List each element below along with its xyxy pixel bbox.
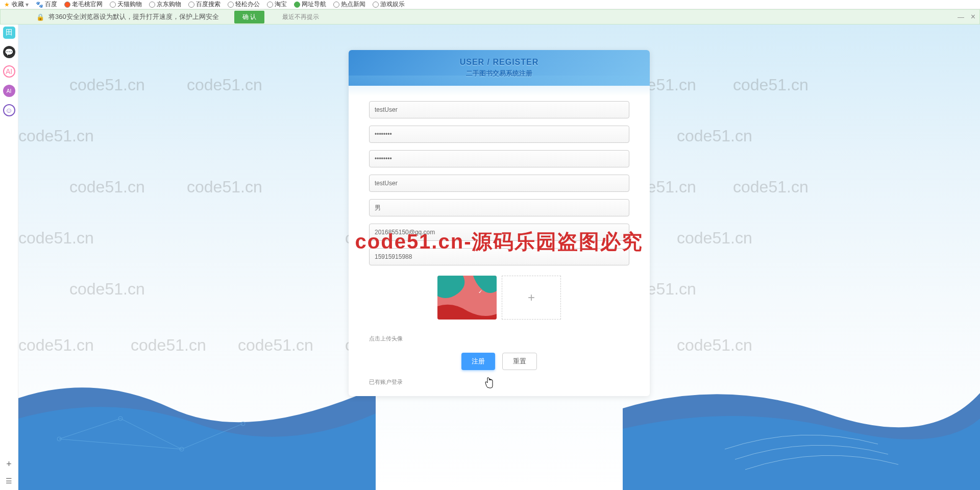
sidebar-face-icon[interactable]: ☺ xyxy=(3,104,15,116)
bookmark-taobao[interactable]: 淘宝 xyxy=(267,0,287,9)
panel-title-en: USER / REGISTER xyxy=(460,58,539,67)
watermark: code51.cn xyxy=(733,76,808,94)
sidebar-ai-icon-2[interactable]: AI xyxy=(3,85,15,97)
upload-hint: 点击上传头像 xyxy=(369,335,629,342)
favorites-star-icon: ★ xyxy=(4,1,10,8)
panel-title-cn: 二手图书交易系统注册 xyxy=(466,69,532,78)
bookmark-nav[interactable]: 网址导航 xyxy=(294,0,326,9)
register-panel: USER / REGISTER 二手图书交易系统注册 男 ✓ xyxy=(349,50,650,396)
bookmarks-bar: ★ 收藏▾ 🐾百度 老毛桃官网 天猫购物 京东购物 百度搜索 轻松办公 淘宝 网… xyxy=(0,0,980,9)
button-row: 注册 重置 xyxy=(369,353,629,370)
menu-icon[interactable]: ☰ xyxy=(6,477,12,485)
left-sidebar: 田 💬 AI AI ☺ + ☰ xyxy=(0,24,18,490)
bookmark-news[interactable]: 热点新闻 xyxy=(333,0,365,9)
password-input[interactable] xyxy=(369,126,629,143)
globe-icon xyxy=(110,2,116,8)
username-input[interactable] xyxy=(369,101,629,118)
bookmark-baidusearch[interactable]: 百度搜索 xyxy=(188,0,220,9)
bookmark-label: 百度搜索 xyxy=(196,0,220,9)
globe-icon xyxy=(149,2,155,8)
login-link[interactable]: 已有账户登录 xyxy=(369,378,403,386)
bookmark-tmall[interactable]: 天猫购物 xyxy=(110,0,142,9)
register-button[interactable]: 注册 xyxy=(461,353,495,370)
avatar-add-button[interactable]: + xyxy=(502,276,561,320)
bookmark-label: 热点新闻 xyxy=(341,0,365,9)
bookmark-baidu[interactable]: 🐾百度 xyxy=(36,0,57,9)
bookmark-label: 老毛桃官网 xyxy=(72,0,103,9)
gender-select[interactable]: 男 xyxy=(369,199,629,216)
watermark: code51.cn xyxy=(18,229,94,248)
phone-input[interactable] xyxy=(369,248,629,265)
main-content: code51.cn code51.cn code51.cn code51.cn … xyxy=(18,24,980,490)
bookmark-office[interactable]: 轻松办公 xyxy=(228,0,260,9)
add-icon[interactable]: + xyxy=(6,459,12,470)
watermark: code51.cn xyxy=(69,76,145,94)
paw-icon: 🐾 xyxy=(36,1,43,8)
watermark: code51.cn xyxy=(733,178,808,197)
bookmark-label: 百度 xyxy=(45,0,57,9)
bookmark-label: 淘宝 xyxy=(275,0,287,9)
minimize-icon[interactable]: — xyxy=(958,13,964,21)
sidebar-icon-1[interactable]: 田 xyxy=(3,27,15,39)
globe-icon xyxy=(267,2,273,8)
bookmark-jd[interactable]: 京东购物 xyxy=(149,0,181,9)
lock-icon: 🔒 xyxy=(36,13,44,21)
watermark: code51.cn xyxy=(187,76,262,94)
panel-body: 男 ✓ + 点击上传头像 注册 重置 xyxy=(349,86,650,396)
globe-icon xyxy=(64,2,70,8)
confirm-button[interactable]: 确 认 xyxy=(234,11,264,23)
reset-button[interactable]: 重置 xyxy=(502,353,537,370)
nickname-input[interactable] xyxy=(369,175,629,192)
close-icon[interactable]: × xyxy=(971,12,975,21)
notification-bar: 🔒 将360安全浏览器设为默认，提升打开速度，保护上网安全 确 认 最近不再提示… xyxy=(0,9,980,24)
watermark: code51.cn xyxy=(677,229,752,248)
watermark: code51.cn xyxy=(18,127,94,145)
globe-icon xyxy=(228,2,234,8)
avatar-preview[interactable]: ✓ xyxy=(437,276,497,320)
bookmark-label: 轻松办公 xyxy=(235,0,260,9)
password-confirm-input[interactable] xyxy=(369,150,629,167)
sidebar-chat-icon[interactable]: 💬 xyxy=(3,46,15,58)
watermark: code51.cn xyxy=(187,178,262,197)
bookmark-label: 京东购物 xyxy=(157,0,181,9)
bookmark-label: 天猫购物 xyxy=(117,0,142,9)
bookmark-favorites[interactable]: 收藏▾ xyxy=(12,0,29,9)
bookmark-label: 收藏 xyxy=(12,0,24,9)
globe-icon xyxy=(373,2,379,8)
watermark: code51.cn xyxy=(69,280,145,299)
bookmark-game[interactable]: 游戏娱乐 xyxy=(373,0,405,9)
globe-icon xyxy=(188,2,194,8)
globe-icon xyxy=(294,2,300,8)
watermark: code51.cn xyxy=(69,178,145,197)
svg-text:✓: ✓ xyxy=(478,289,482,295)
email-input[interactable] xyxy=(369,224,629,241)
noshow-button[interactable]: 最近不再提示 xyxy=(282,13,319,21)
bookmark-label: 游戏娱乐 xyxy=(380,0,405,9)
panel-header: USER / REGISTER 二手图书交易系统注册 xyxy=(349,50,650,86)
sidebar-ai-icon-1[interactable]: AI xyxy=(3,65,15,78)
globe-icon xyxy=(333,2,339,8)
watermark: code51.cn xyxy=(677,127,752,145)
wave-decoration xyxy=(18,347,376,490)
avatar-upload-area: ✓ + xyxy=(369,276,629,320)
wave-decoration xyxy=(623,347,980,490)
bookmark-label: 网址导航 xyxy=(302,0,326,9)
bookmark-laomaotao[interactable]: 老毛桃官网 xyxy=(64,0,103,9)
notification-message: 将360安全浏览器设为默认，提升打开速度，保护上网安全 xyxy=(48,12,219,21)
